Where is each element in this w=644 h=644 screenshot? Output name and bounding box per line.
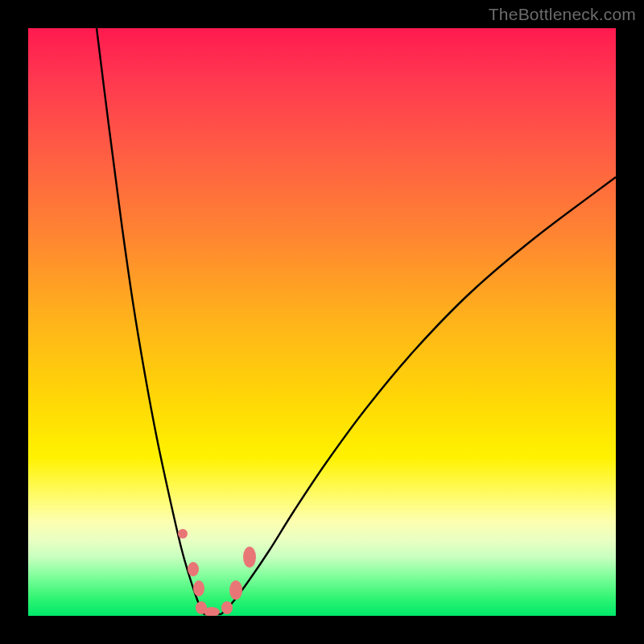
plot-area <box>28 28 616 616</box>
watermark-text: TheBottleneck.com <box>489 5 636 24</box>
chart-svg <box>28 28 616 616</box>
scatter-point <box>243 547 256 568</box>
scatter-point <box>229 580 242 600</box>
scatter-points <box>178 529 256 616</box>
scatter-point <box>193 580 204 597</box>
scatter-point <box>178 529 188 539</box>
scatter-point <box>221 601 233 614</box>
chart-frame: TheBottleneck.com <box>0 0 644 644</box>
left-curve <box>97 28 204 614</box>
right-curve <box>221 177 616 614</box>
scatter-point <box>188 562 199 576</box>
